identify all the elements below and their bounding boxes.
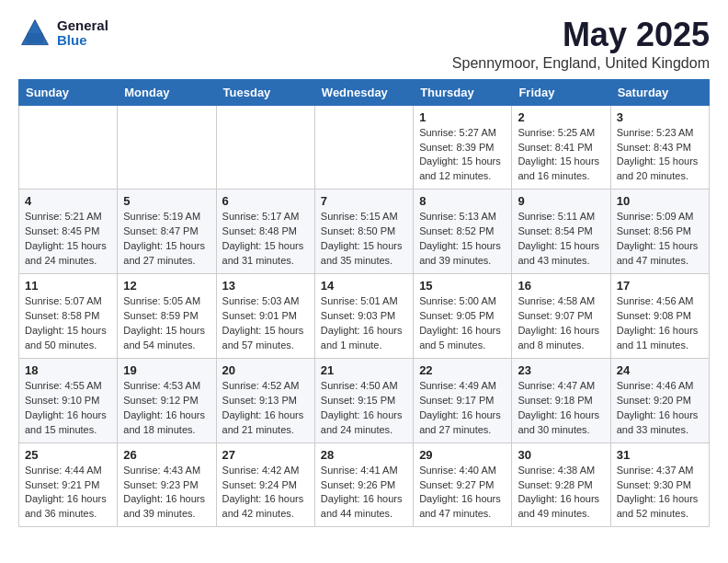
day-info: Sunrise: 4:47 AM Sunset: 9:18 PM Dayligh…: [518, 379, 604, 438]
logo: General Blue: [18, 17, 108, 50]
day-number: 16: [518, 279, 604, 293]
day-info: Sunrise: 5:07 AM Sunset: 8:58 PM Dayligh…: [25, 294, 111, 353]
weekday-header-saturday: Saturday: [610, 79, 709, 105]
day-number: 21: [321, 363, 407, 377]
title-block: May 2025 Spennymoor, England, United Kin…: [452, 17, 710, 72]
day-number: 28: [321, 448, 407, 462]
day-info: Sunrise: 4:46 AM Sunset: 9:20 PM Dayligh…: [617, 379, 703, 438]
calendar-cell: 28Sunrise: 4:41 AM Sunset: 9:26 PM Dayli…: [314, 442, 413, 527]
weekday-header-row: SundayMondayTuesdayWednesdayThursdayFrid…: [19, 79, 710, 105]
calendar-cell: 17Sunrise: 4:56 AM Sunset: 9:08 PM Dayli…: [610, 274, 709, 359]
week-row-4: 18Sunrise: 4:55 AM Sunset: 9:10 PM Dayli…: [19, 358, 710, 442]
day-info: Sunrise: 5:25 AM Sunset: 8:41 PM Dayligh…: [518, 126, 604, 185]
calendar-cell: 1Sunrise: 5:27 AM Sunset: 8:39 PM Daylig…: [414, 105, 512, 190]
day-number: 25: [25, 448, 111, 462]
calendar-cell: 12Sunrise: 5:05 AM Sunset: 8:59 PM Dayli…: [118, 274, 216, 359]
logo-blue: Blue: [57, 33, 108, 49]
day-number: 27: [222, 448, 309, 462]
page: General Blue May 2025 Spennymoor, Englan…: [0, 0, 728, 540]
day-number: 31: [617, 448, 703, 462]
day-number: 5: [123, 194, 210, 208]
day-number: 3: [617, 110, 703, 124]
day-number: 30: [518, 448, 604, 462]
day-number: 23: [518, 363, 604, 377]
day-number: 22: [419, 363, 506, 377]
day-number: 24: [617, 363, 703, 377]
day-number: 6: [222, 194, 309, 208]
calendar-table: SundayMondayTuesdayWednesdayThursdayFrid…: [18, 79, 710, 528]
day-number: 8: [419, 194, 506, 208]
calendar-cell: 15Sunrise: 5:00 AM Sunset: 9:05 PM Dayli…: [414, 274, 512, 359]
calendar-cell: 2Sunrise: 5:25 AM Sunset: 8:41 PM Daylig…: [512, 105, 610, 190]
weekday-header-thursday: Thursday: [414, 79, 512, 105]
calendar-cell: 24Sunrise: 4:46 AM Sunset: 9:20 PM Dayli…: [610, 358, 709, 442]
day-info: Sunrise: 5:21 AM Sunset: 8:45 PM Dayligh…: [25, 210, 111, 269]
calendar-cell: 16Sunrise: 4:58 AM Sunset: 9:07 PM Dayli…: [512, 274, 610, 359]
header: General Blue May 2025 Spennymoor, Englan…: [18, 17, 710, 72]
day-number: 26: [123, 448, 210, 462]
day-number: 17: [617, 279, 703, 293]
week-row-3: 11Sunrise: 5:07 AM Sunset: 8:58 PM Dayli…: [19, 274, 710, 359]
calendar-title: May 2025: [452, 17, 710, 53]
day-number: 2: [518, 110, 604, 124]
day-info: Sunrise: 5:23 AM Sunset: 8:43 PM Dayligh…: [617, 126, 703, 185]
day-number: 19: [123, 363, 210, 377]
calendar-cell: 26Sunrise: 4:43 AM Sunset: 9:23 PM Dayli…: [118, 442, 216, 527]
day-info: Sunrise: 5:09 AM Sunset: 8:56 PM Dayligh…: [617, 210, 703, 269]
calendar-cell: [314, 105, 413, 190]
calendar-cell: 14Sunrise: 5:01 AM Sunset: 9:03 PM Dayli…: [314, 274, 413, 359]
day-info: Sunrise: 5:13 AM Sunset: 8:52 PM Dayligh…: [419, 210, 506, 269]
day-number: 15: [419, 279, 506, 293]
day-info: Sunrise: 5:05 AM Sunset: 8:59 PM Dayligh…: [123, 294, 210, 353]
calendar-cell: 8Sunrise: 5:13 AM Sunset: 8:52 PM Daylig…: [414, 190, 512, 274]
day-number: 1: [419, 110, 506, 124]
day-info: Sunrise: 5:00 AM Sunset: 9:05 PM Dayligh…: [419, 294, 506, 353]
day-number: 18: [25, 363, 111, 377]
day-info: Sunrise: 4:55 AM Sunset: 9:10 PM Dayligh…: [25, 379, 111, 438]
day-number: 7: [321, 194, 407, 208]
day-info: Sunrise: 5:27 AM Sunset: 8:39 PM Dayligh…: [419, 126, 506, 185]
weekday-header-tuesday: Tuesday: [216, 79, 314, 105]
calendar-cell: 6Sunrise: 5:17 AM Sunset: 8:48 PM Daylig…: [216, 190, 314, 274]
calendar-cell: [216, 105, 314, 190]
day-info: Sunrise: 4:40 AM Sunset: 9:27 PM Dayligh…: [419, 464, 506, 523]
calendar-cell: 20Sunrise: 4:52 AM Sunset: 9:13 PM Dayli…: [216, 358, 314, 442]
calendar-cell: 4Sunrise: 5:21 AM Sunset: 8:45 PM Daylig…: [19, 190, 118, 274]
day-info: Sunrise: 5:17 AM Sunset: 8:48 PM Dayligh…: [222, 210, 309, 269]
calendar-cell: 3Sunrise: 5:23 AM Sunset: 8:43 PM Daylig…: [610, 105, 709, 190]
day-info: Sunrise: 4:53 AM Sunset: 9:12 PM Dayligh…: [123, 379, 210, 438]
week-row-5: 25Sunrise: 4:44 AM Sunset: 9:21 PM Dayli…: [19, 442, 710, 527]
day-number: 13: [222, 279, 309, 293]
calendar-cell: 29Sunrise: 4:40 AM Sunset: 9:27 PM Dayli…: [414, 442, 512, 527]
calendar-cell: 23Sunrise: 4:47 AM Sunset: 9:18 PM Dayli…: [512, 358, 610, 442]
day-info: Sunrise: 4:37 AM Sunset: 9:30 PM Dayligh…: [617, 464, 703, 523]
day-number: 11: [25, 279, 111, 293]
calendar-cell: 22Sunrise: 4:49 AM Sunset: 9:17 PM Dayli…: [414, 358, 512, 442]
day-info: Sunrise: 4:58 AM Sunset: 9:07 PM Dayligh…: [518, 294, 604, 353]
calendar-cell: [19, 105, 118, 190]
calendar-cell: 5Sunrise: 5:19 AM Sunset: 8:47 PM Daylig…: [118, 190, 216, 274]
day-info: Sunrise: 4:56 AM Sunset: 9:08 PM Dayligh…: [617, 294, 703, 353]
day-number: 12: [123, 279, 210, 293]
day-info: Sunrise: 4:50 AM Sunset: 9:15 PM Dayligh…: [321, 379, 407, 438]
day-info: Sunrise: 4:42 AM Sunset: 9:24 PM Dayligh…: [222, 464, 309, 523]
calendar-cell: 27Sunrise: 4:42 AM Sunset: 9:24 PM Dayli…: [216, 442, 314, 527]
day-number: 29: [419, 448, 506, 462]
day-info: Sunrise: 5:03 AM Sunset: 9:01 PM Dayligh…: [222, 294, 309, 353]
day-info: Sunrise: 4:49 AM Sunset: 9:17 PM Dayligh…: [419, 379, 506, 438]
calendar-cell: 11Sunrise: 5:07 AM Sunset: 8:58 PM Dayli…: [19, 274, 118, 359]
calendar-cell: 9Sunrise: 5:11 AM Sunset: 8:54 PM Daylig…: [512, 190, 610, 274]
day-info: Sunrise: 5:19 AM Sunset: 8:47 PM Dayligh…: [123, 210, 210, 269]
calendar-cell: 18Sunrise: 4:55 AM Sunset: 9:10 PM Dayli…: [19, 358, 118, 442]
week-row-1: 1Sunrise: 5:27 AM Sunset: 8:39 PM Daylig…: [19, 105, 710, 190]
calendar-cell: 25Sunrise: 4:44 AM Sunset: 9:21 PM Dayli…: [19, 442, 118, 527]
svg-rect-2: [27, 33, 43, 43]
calendar-cell: 7Sunrise: 5:15 AM Sunset: 8:50 PM Daylig…: [314, 190, 413, 274]
day-number: 20: [222, 363, 309, 377]
weekday-header-friday: Friday: [512, 79, 610, 105]
day-info: Sunrise: 4:44 AM Sunset: 9:21 PM Dayligh…: [25, 464, 111, 523]
weekday-header-monday: Monday: [118, 79, 216, 105]
day-number: 4: [25, 194, 111, 208]
logo-text: General Blue: [57, 18, 108, 49]
weekday-header-sunday: Sunday: [19, 79, 118, 105]
